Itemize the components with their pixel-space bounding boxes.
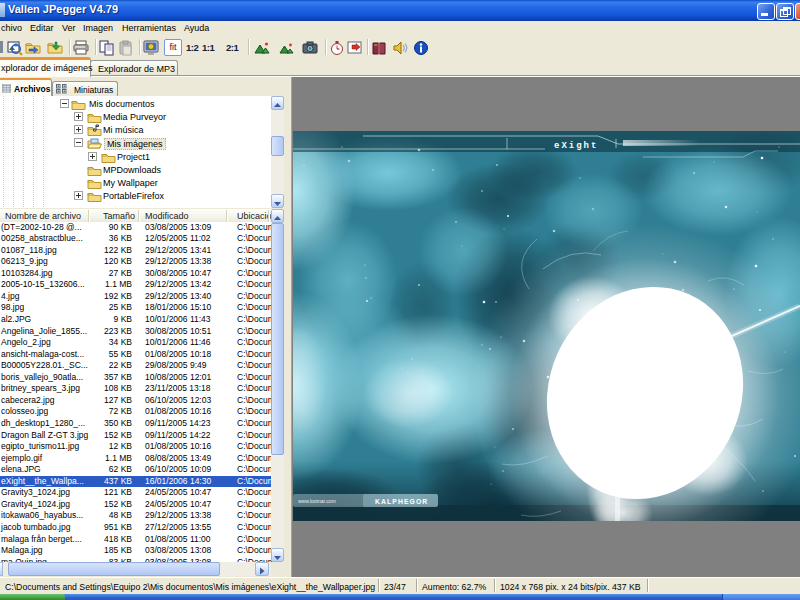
svg-text:eXight: eXight <box>554 141 598 151</box>
svg-text:KALPHEGOR: KALPHEGOR <box>375 498 428 505</box>
svg-text:www.lootnar.com: www.lootnar.com <box>298 498 336 504</box>
